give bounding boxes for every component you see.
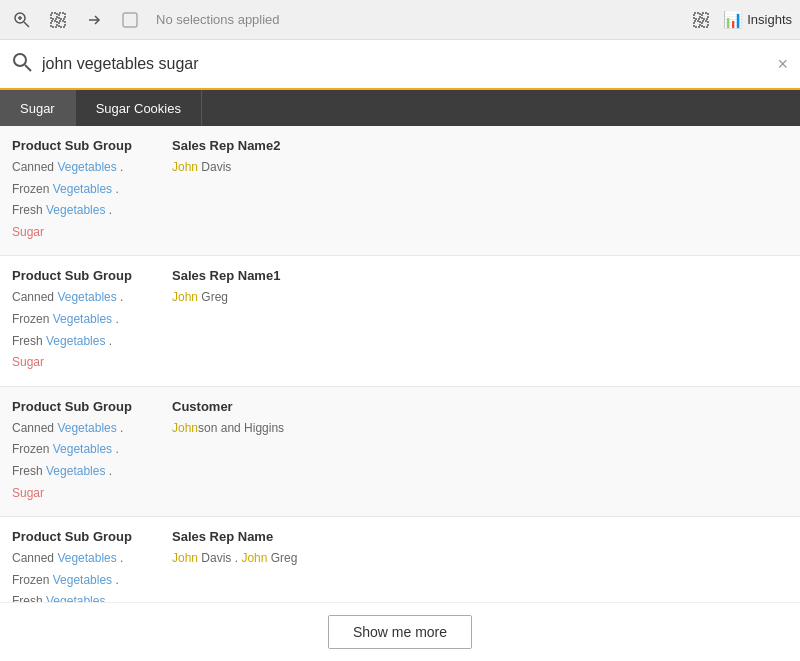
- clear-icon[interactable]: [116, 6, 144, 34]
- right-field-values: John Davis: [172, 157, 788, 179]
- svg-rect-6: [51, 21, 57, 27]
- search-zoom-icon[interactable]: [8, 6, 36, 34]
- svg-rect-4: [51, 13, 57, 19]
- show-more-area: Show me more: [0, 602, 800, 661]
- left-field-values: Canned Vegetables .Frozen Vegetables .Fr…: [12, 418, 172, 504]
- right-field-values: John Davis . John Greg: [172, 548, 788, 570]
- insights-chart-icon: 📊: [723, 10, 743, 29]
- left-field-values: Canned Vegetables .Frozen Vegetables .Fr…: [12, 287, 172, 373]
- svg-rect-7: [59, 21, 65, 27]
- left-field-label: Product Sub Group: [12, 268, 172, 283]
- tab-sugar-cookies[interactable]: Sugar Cookies: [76, 90, 202, 126]
- insights-button[interactable]: 📊 Insights: [723, 10, 792, 29]
- svg-line-1: [24, 22, 29, 27]
- svg-rect-12: [702, 21, 708, 27]
- svg-rect-9: [694, 13, 700, 19]
- right-field-label: Sales Rep Name: [172, 529, 788, 544]
- insights-label: Insights: [747, 12, 792, 27]
- svg-rect-8: [123, 13, 137, 27]
- search-bar: ×: [0, 40, 800, 90]
- no-selections-label: No selections applied: [156, 12, 280, 27]
- tabs-bar: SugarSugar Cookies: [0, 90, 800, 126]
- grid-select-icon[interactable]: [687, 6, 715, 34]
- right-field-values: Johnson and Higgins: [172, 418, 788, 440]
- search-input[interactable]: [42, 55, 777, 73]
- table-row: Product Sub GroupCanned Vegetables .Froz…: [0, 517, 800, 605]
- tab-sugar[interactable]: Sugar: [0, 90, 76, 126]
- table-row: Product Sub GroupCanned Vegetables .Froz…: [0, 126, 800, 256]
- left-field-label: Product Sub Group: [12, 399, 172, 414]
- right-field-label: Sales Rep Name1: [172, 268, 788, 283]
- svg-rect-5: [59, 13, 65, 19]
- right-field-label: Sales Rep Name2: [172, 138, 788, 153]
- search-icon: [12, 52, 32, 77]
- table-row: Product Sub GroupCanned Vegetables .Froz…: [0, 256, 800, 386]
- search-clear-button[interactable]: ×: [777, 54, 788, 75]
- svg-line-14: [25, 65, 31, 71]
- select-icon[interactable]: [44, 6, 72, 34]
- svg-point-13: [14, 54, 26, 66]
- table-row: Product Sub GroupCanned Vegetables .Froz…: [0, 387, 800, 517]
- left-field-label: Product Sub Group: [12, 529, 172, 544]
- forward-icon[interactable]: [80, 6, 108, 34]
- svg-rect-10: [702, 13, 708, 19]
- left-field-values: Canned Vegetables .Frozen Vegetables .Fr…: [12, 157, 172, 243]
- right-field-label: Customer: [172, 399, 788, 414]
- right-field-values: John Greg: [172, 287, 788, 309]
- show-more-button[interactable]: Show me more: [328, 615, 472, 649]
- svg-rect-11: [694, 21, 700, 27]
- left-field-values: Canned Vegetables .Frozen Vegetables .Fr…: [12, 548, 172, 605]
- toolbar-right: 📊 Insights: [687, 6, 792, 34]
- results-list: Product Sub GroupCanned Vegetables .Froz…: [0, 126, 800, 605]
- toolbar: No selections applied 📊 Insights: [0, 0, 800, 40]
- left-field-label: Product Sub Group: [12, 138, 172, 153]
